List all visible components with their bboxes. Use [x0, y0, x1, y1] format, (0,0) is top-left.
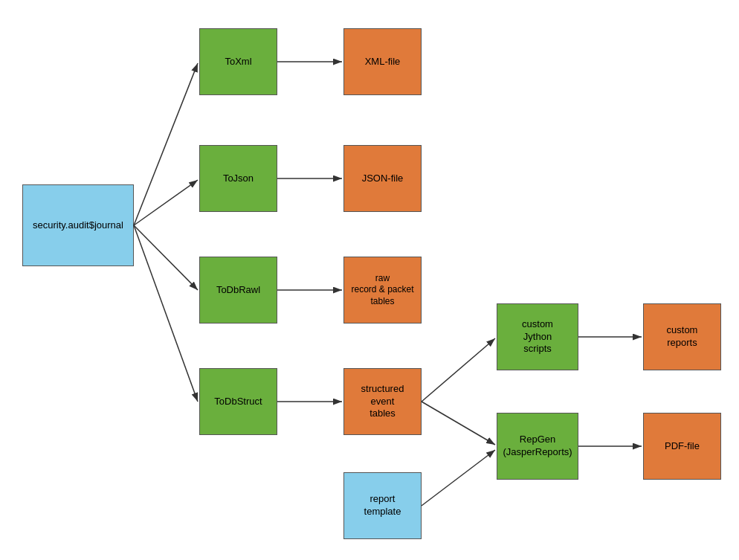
arrow-struct-to-jython	[422, 338, 495, 402]
node-custom-jython: customJythonscripts	[497, 303, 578, 370]
node-raw-tables: rawrecord & packettables	[343, 257, 422, 324]
node-to-db-struct: ToDbStruct	[199, 368, 277, 435]
arrow-journal-to-struct	[134, 225, 198, 402]
diagram: security.audit$journal ToXml ToJson ToDb…	[0, 0, 739, 560]
node-structured-tables: structuredeventtables	[343, 368, 422, 435]
arrow-template-to-repgen	[422, 450, 495, 506]
node-custom-reports: customreports	[643, 303, 721, 370]
node-audit-journal: security.audit$journal	[22, 184, 134, 266]
node-json-file: JSON-file	[343, 145, 422, 212]
node-pdf-file: PDF-file	[643, 413, 721, 480]
arrow-journal-to-json	[134, 180, 198, 225]
node-to-json: ToJson	[199, 145, 277, 212]
arrow-struct-to-repgen	[422, 402, 495, 445]
node-xml-file: XML-file	[343, 28, 422, 95]
arrow-journal-to-rawl	[134, 225, 198, 290]
node-to-db-rawl: ToDbRawl	[199, 257, 277, 324]
arrow-journal-to-xml	[134, 63, 198, 225]
node-repgen: RepGen(JasperReports)	[497, 413, 578, 480]
node-to-xml: ToXml	[199, 28, 277, 95]
node-report-template: reporttemplate	[343, 472, 422, 539]
